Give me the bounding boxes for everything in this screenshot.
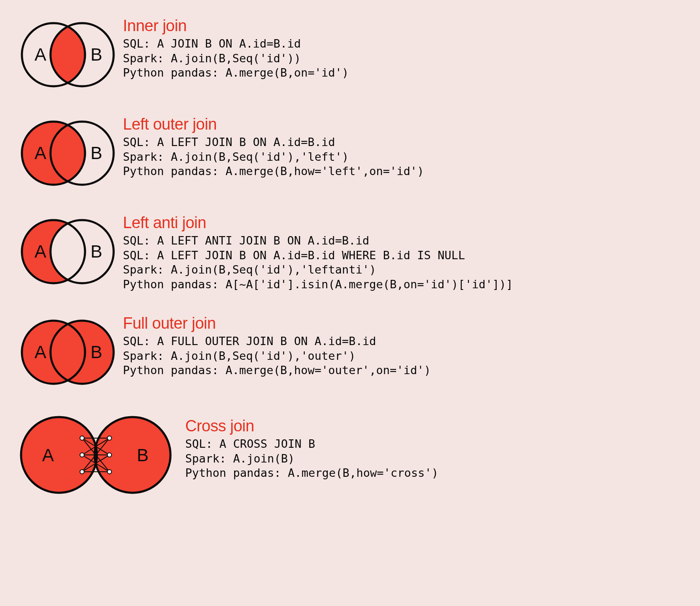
title-left: Left outer join: [123, 115, 424, 133]
row-leftanti: A B Left anti join SQL: A LEFT ANTI JOIN…: [17, 214, 692, 292]
line: Spark: A.join(B): [185, 452, 438, 466]
line: SQL: A LEFT JOIN B ON A.id=B.id: [123, 135, 424, 150]
label-a: A: [35, 342, 46, 362]
line: Python pandas: A.merge(B,how='outer',on=…: [123, 363, 431, 378]
text-left: Left outer join SQL: A LEFT JOIN B ON A.…: [123, 115, 424, 179]
line: SQL: A LEFT ANTI JOIN B ON A.id=B.id: [123, 234, 513, 248]
line: Python pandas: A.merge(B,how='left',on='…: [123, 164, 424, 179]
title-cross: Cross join: [185, 417, 438, 435]
venn-outer: A B: [17, 314, 118, 390]
svg-point-37: [107, 453, 112, 457]
text-leftanti: Left anti join SQL: A LEFT ANTI JOIN B O…: [123, 214, 513, 292]
title-inner: Inner join: [123, 17, 349, 35]
row-outer: A B Full outer join SQL: A FULL OUTER JO…: [17, 314, 692, 390]
label-a: A: [35, 242, 46, 261]
line: Python pandas: A.merge(B,on='id'): [123, 66, 349, 80]
line: SQL: A JOIN B ON A.id=B.id: [123, 37, 349, 51]
label-a: A: [35, 143, 46, 163]
line: Spark: A.join(B,Seq('id'),'left'): [123, 150, 424, 165]
line: SQL: A FULL OUTER JOIN B ON A.id=B.id: [123, 334, 431, 349]
line: SQL: A CROSS JOIN B: [185, 437, 438, 452]
svg-point-38: [107, 470, 112, 474]
venn-leftanti: A B: [17, 214, 118, 290]
svg-point-35: [80, 470, 84, 474]
title-leftanti: Left anti join: [123, 214, 513, 232]
row-inner: A B Inner join SQL: A JOIN B ON A.id=B.i…: [17, 17, 692, 93]
line: Python pandas: A.merge(B,how='cross'): [185, 466, 438, 481]
label-a: A: [42, 445, 54, 465]
line: SQL: A LEFT JOIN B ON A.id=B.id WHERE B.…: [123, 248, 513, 263]
row-left: A B Left outer join SQL: A LEFT JOIN B O…: [17, 115, 692, 191]
text-inner: Inner join SQL: A JOIN B ON A.id=B.id Sp…: [123, 17, 349, 80]
text-outer: Full outer join SQL: A FULL OUTER JOIN B…: [123, 314, 431, 378]
venn-left: A B: [17, 115, 118, 191]
label-b: B: [90, 45, 102, 64]
title-outer: Full outer join: [123, 314, 431, 332]
label-a: A: [35, 45, 46, 64]
label-b: B: [90, 342, 102, 362]
svg-point-36: [107, 436, 112, 440]
label-b: B: [90, 242, 102, 261]
svg-point-33: [80, 436, 84, 440]
venn-inner: A B: [17, 17, 118, 93]
line: Spark: A.join(B,Seq('id')): [123, 51, 349, 66]
svg-point-34: [80, 453, 84, 457]
line: Spark: A.join(B,Seq('id'),'leftanti'): [123, 263, 513, 277]
label-b: B: [90, 143, 102, 163]
row-cross: A B Cross join SQL: A CROSS JOIN B Spark…: [17, 413, 692, 497]
line: Python pandas: A[~A['id'].isin(A.merge(B…: [123, 277, 513, 292]
label-b: B: [137, 445, 149, 465]
line: Spark: A.join(B,Seq('id'),'outer'): [123, 349, 431, 364]
text-cross: Cross join SQL: A CROSS JOIN B Spark: A.…: [185, 417, 438, 481]
venn-cross: A B: [17, 413, 173, 497]
